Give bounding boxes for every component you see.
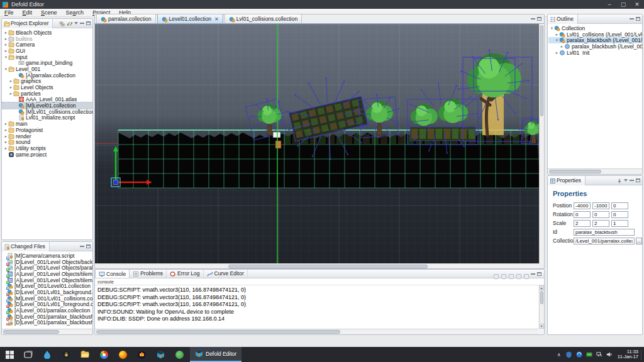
volume-tray-icon[interactable]	[606, 351, 613, 358]
expand-arrow-icon[interactable]: ▸	[4, 146, 8, 151]
file-explorer-taskbar-icon[interactable]	[75, 347, 94, 362]
maximize-icon[interactable]	[636, 178, 640, 182]
collapse-all-icon[interactable]	[59, 21, 65, 26]
expand-arrow-icon[interactable]: ▸	[4, 30, 8, 35]
blue-app-tray-icon[interactable]	[576, 351, 582, 358]
maximize-icon[interactable]	[86, 21, 91, 25]
maximize-icon[interactable]	[537, 272, 541, 276]
console-tab-curve-editor[interactable]: Curve Editor	[204, 269, 248, 278]
minimize-icon[interactable]	[80, 246, 84, 247]
scale-z-field[interactable]	[611, 220, 628, 227]
editor-tab-parralax-collection[interactable]: parralax.collection	[96, 14, 156, 23]
outline-tab[interactable]: Outline	[548, 14, 578, 24]
taskbar-clock[interactable]: 11:3311-Jan-17	[618, 349, 641, 360]
console-output[interactable]: DEBUG:SCRIPT: vmath.vector3(110, 166.874…	[95, 285, 538, 329]
minimize-icon[interactable]	[531, 273, 535, 275]
editor-tab-lvl01_collisions-collection[interactable]: Lvl01_collisions.collection	[225, 14, 302, 23]
position-x-field[interactable]	[574, 202, 591, 209]
tree-item--d-level-001-parralax-blackbus[interactable]: D[D]Level_001/parralax_blackbush.collect…	[3, 314, 92, 320]
tree-item-paralax-blackbush-level-001-pa[interactable]: ▾paralax_blackbush (/Level_001/parralax.…	[548, 37, 642, 43]
pin-console-icon[interactable]	[508, 271, 514, 277]
browse-collection-button[interactable]: ...	[636, 238, 642, 244]
start-taskbar-icon[interactable]	[0, 347, 19, 362]
minimize-icon[interactable]	[630, 18, 634, 19]
project-explorer-tab[interactable]: Project Explorer	[2, 19, 53, 28]
expand-arrow-icon[interactable]: ▸	[9, 85, 13, 90]
shield-tray-icon[interactable]	[566, 351, 572, 358]
tree-item-paralax-blackbush-level-001-le[interactable]: ▸paralax_blackbush (/Level_001/Level O	[548, 43, 642, 50]
defold-taskbar-icon[interactable]	[151, 347, 170, 362]
expand-arrow-icon[interactable]: ▾	[555, 38, 559, 43]
tree-item-main[interactable]: ▸main	[3, 121, 92, 127]
scale-x-field[interactable]	[574, 220, 591, 227]
tree-item-game-input-binding[interactable]: game.input_binding	[3, 60, 92, 66]
expand-arrow-icon[interactable]: ▸	[9, 91, 13, 96]
console-tab-problems[interactable]: Problems	[130, 269, 167, 278]
amber-app-taskbar-icon[interactable]	[132, 347, 151, 362]
tree-item--d-level-001-parralax-blackbus[interactable]: D[D]Level_001/parralax_blackbush.script	[3, 320, 92, 326]
tree-item--m-camera-camera-script[interactable]: M[M]Camera/camera.script	[3, 253, 92, 259]
tree-item-collection[interactable]: ▾Collection	[548, 25, 642, 31]
expand-arrow-icon[interactable]: ▸	[555, 32, 559, 37]
editor-tab-level01-collection[interactable]: Level01.collection✕	[157, 14, 223, 23]
tree-item-graphics[interactable]: ▸graphics	[3, 79, 92, 85]
scroll-down-icon[interactable]: ▼	[539, 324, 544, 329]
tree-item--a-level-001-level-objects-til[interactable]: A[A]Level_001/Level Objects/tilemaps/par…	[3, 277, 92, 283]
expand-arrow-icon[interactable]: ▸	[4, 42, 8, 47]
tree-item--d-level-001-lvl01-foreground-[interactable]: D[D]Level_001/Lvl01_foreground.collectio…	[3, 302, 92, 308]
changed-files-tab[interactable]: Changed Files	[2, 242, 50, 251]
position-y-field[interactable]	[592, 202, 609, 209]
task-view-taskbar-icon[interactable]	[19, 347, 38, 362]
tree-item--a-level-001-parralax-collecti[interactable]: A[A]Level_001/parralax.collection	[3, 307, 92, 314]
tree-item-sound[interactable]: ▸sound	[3, 139, 92, 145]
canvas-vscrollbar[interactable]	[539, 24, 544, 263]
expand-arrow-icon[interactable]: ▸	[4, 121, 8, 126]
tree-item-bleach-objects[interactable]: ▸Bleach Objects	[3, 30, 92, 36]
tree-item-aaa-level-001-atlas[interactable]: AAA_Level_001.atlas	[3, 97, 92, 103]
rotation-x-field[interactable]	[574, 211, 591, 218]
collection-field[interactable]	[574, 238, 635, 244]
view-menu-icon[interactable]	[74, 22, 78, 25]
tree-item-gui[interactable]: ▸GUI	[3, 48, 92, 54]
minimize-icon[interactable]	[531, 18, 535, 19]
expand-arrow-icon[interactable]: ▸	[4, 48, 8, 53]
outline-hscrollbar[interactable]	[548, 168, 642, 174]
tree-item--m-level-001-level01-collectio[interactable]: M[M]Level_001/Level01.collection	[3, 283, 92, 289]
expand-arrow-icon[interactable]: ▾	[4, 67, 8, 72]
chevron-up-tray-icon[interactable]: ∧	[556, 351, 562, 358]
menu-scene[interactable]: Scene	[36, 9, 62, 17]
position-z-field[interactable]	[611, 202, 628, 209]
console-hscrollbar[interactable]	[95, 329, 538, 334]
tree-item--d-level-001-lvl01-background-[interactable]: D[D]Level_001/Lvl01_background.collectio…	[3, 289, 92, 295]
console-tab-error-log[interactable]: Error Log	[167, 269, 203, 278]
scale-y-field[interactable]	[592, 220, 609, 227]
tree-item--m-lvl01-collisions-collection[interactable]: [M]Lvl01_collisions.collection	[3, 109, 92, 115]
maximize-icon[interactable]	[537, 17, 541, 21]
expand-arrow-icon[interactable]: ▸	[560, 44, 564, 49]
network-tray-icon[interactable]	[596, 351, 602, 358]
pin-view-icon[interactable]	[616, 178, 622, 184]
minimize-icon[interactable]	[630, 180, 634, 181]
tree-item-lvl01-init[interactable]: ▸Lvl01_Init	[548, 50, 642, 56]
maximize-icon[interactable]	[636, 17, 640, 21]
open-console-icon[interactable]	[516, 271, 521, 277]
close-tab-icon[interactable]: ✕	[214, 16, 219, 22]
menu-edit[interactable]: Edit	[18, 9, 37, 17]
firefox-taskbar-icon[interactable]	[113, 347, 132, 362]
tree-item-render[interactable]: ▸render	[3, 133, 92, 140]
expand-arrow-icon[interactable]: ▸	[9, 79, 13, 84]
rotation-z-field[interactable]	[611, 211, 628, 218]
tree-item-builtins[interactable]: ▸builtins	[3, 36, 92, 42]
expand-arrow-icon[interactable]: ▸	[4, 128, 8, 133]
display-selected-console-icon[interactable]	[523, 271, 529, 277]
scroll-lock-icon[interactable]	[501, 271, 506, 277]
tree-item-game-project[interactable]: game.project	[3, 151, 92, 158]
green-card-tray-icon[interactable]	[586, 351, 592, 358]
expand-arrow-icon[interactable]: ▸	[555, 50, 559, 55]
scene-object-sprite[interactable]	[275, 141, 281, 148]
minimize-window-button[interactable]: –	[602, 0, 616, 9]
chrome-taskbar-icon[interactable]	[94, 347, 113, 362]
tree-item-utility-scripts[interactable]: ▸Utility scripts	[3, 145, 92, 151]
properties-tab[interactable]: Properties	[548, 176, 586, 185]
clear-console-icon[interactable]	[493, 271, 499, 277]
